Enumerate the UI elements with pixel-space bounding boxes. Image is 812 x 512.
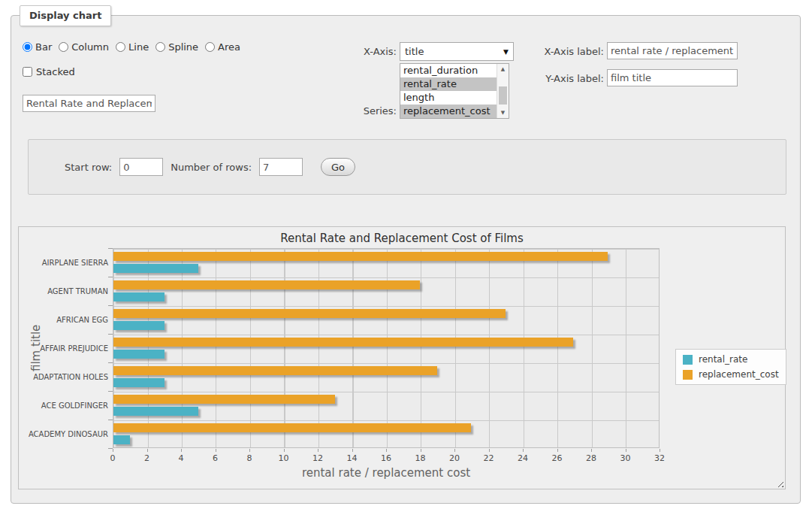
series-option-rental_rate[interactable]: rental_rate xyxy=(400,77,509,91)
start-row-input[interactable] xyxy=(119,158,163,176)
x-tick-label: 2 xyxy=(136,453,158,463)
go-button[interactable]: Go xyxy=(321,158,355,176)
x-tick-mark xyxy=(216,449,216,452)
chart-type-radio-area[interactable] xyxy=(205,42,215,52)
x-axis-label-input[interactable] xyxy=(607,42,738,59)
stacked-checkbox[interactable] xyxy=(23,67,32,77)
x-tick-mark xyxy=(113,449,113,452)
bar-replacement_cost xyxy=(113,338,573,347)
y-axis-title: film title xyxy=(29,248,43,448)
x-tick-mark xyxy=(352,449,353,452)
legend-item-replacement_cost: replacement_cost xyxy=(683,369,779,380)
num-rows-input[interactable] xyxy=(259,158,303,176)
scroll-down-icon[interactable]: ▼ xyxy=(497,108,509,118)
x-tick-label: 4 xyxy=(170,453,192,463)
bar-rental_rate xyxy=(113,407,198,416)
series-scrollbar[interactable]: ▲ ▼ xyxy=(497,64,509,118)
legend-label: rental_rate xyxy=(699,354,747,365)
chart-type-column: Column xyxy=(59,41,109,53)
x-tick-mark xyxy=(489,449,490,452)
x-axis-label-label: X-Axis label: xyxy=(536,46,604,57)
x-tick-label: 26 xyxy=(546,453,569,463)
y-tick-mark xyxy=(108,362,113,363)
bar-rental_rate xyxy=(113,378,165,387)
x-tick-mark xyxy=(386,449,387,452)
y-tick-mark xyxy=(108,420,113,420)
x-tick-mark xyxy=(421,449,421,452)
plot-area xyxy=(113,248,660,448)
series-options: rental_durationrental_ratelengthreplacem… xyxy=(400,64,509,118)
chart-type-radio-label: Spline xyxy=(168,41,198,53)
x-tick-label: 24 xyxy=(512,453,534,463)
series-label: Series: xyxy=(323,105,397,117)
chart-type-area: Area xyxy=(205,41,240,53)
bar-replacement_cost xyxy=(113,280,420,289)
series-option-length[interactable]: length xyxy=(400,91,509,105)
series-listbox[interactable]: rental_durationrental_ratelengthreplacem… xyxy=(400,63,509,119)
dropdown-arrow-icon: ▼ xyxy=(503,48,509,56)
start-row-label: Start row: xyxy=(65,162,112,173)
bar-rental_rate xyxy=(113,292,165,301)
x-tick-label: 12 xyxy=(306,453,329,463)
resize-handle-icon[interactable] xyxy=(775,479,783,487)
bar-rental_rate xyxy=(113,435,130,444)
x-axis-title: rental rate / replacement cost xyxy=(113,466,660,480)
chart-legend: rental_ratereplacement_cost xyxy=(675,349,786,385)
chart-type-radio-spline[interactable] xyxy=(155,42,165,52)
bar-replacement_cost xyxy=(113,423,471,432)
x-tick-label: 6 xyxy=(204,453,227,463)
chart-type-radio-line[interactable] xyxy=(116,42,125,52)
x-tick-label: 30 xyxy=(614,453,637,463)
x-tick-mark xyxy=(626,449,626,452)
x-tick-mark xyxy=(660,449,660,452)
y-tick-mark xyxy=(108,391,113,392)
chart-type-radio-bar[interactable] xyxy=(23,42,32,52)
legend-label: replacement_cost xyxy=(699,369,779,380)
x-tick-mark xyxy=(454,449,455,452)
legend-swatch xyxy=(683,370,693,380)
chart-type-spline: Spline xyxy=(155,41,198,53)
scroll-up-icon[interactable]: ▲ xyxy=(497,64,509,74)
x-tick-label: 28 xyxy=(580,453,602,463)
series-option-rental_duration[interactable]: rental_duration xyxy=(400,64,509,77)
chart-title: Rental Rate and Replacement Cost of Film… xyxy=(19,232,785,245)
chart-type-radio-column[interactable] xyxy=(59,42,68,52)
x-tick-label: 14 xyxy=(341,453,364,463)
scrollbar-thumb[interactable] xyxy=(499,86,507,105)
bar-replacement_cost xyxy=(113,395,335,404)
chart-type-radio-label: Column xyxy=(71,41,109,53)
series-option-replacement_cost[interactable]: replacement_cost xyxy=(400,105,509,118)
stacked-row: Stacked xyxy=(23,66,75,77)
x-axis-select[interactable]: title ▼ xyxy=(400,42,514,61)
chart-type-radio-label: Line xyxy=(128,41,149,53)
x-axis-label: X-Axis: xyxy=(323,46,397,57)
rows-options-box: Start row: Number of rows: Go xyxy=(28,139,786,195)
y-axis-label-input[interactable] xyxy=(607,69,738,86)
chart-type-radio-label: Area xyxy=(218,41,240,53)
x-tick-mark xyxy=(523,449,524,452)
chart-type-radio-label: Bar xyxy=(35,41,52,53)
x-tick-label: 0 xyxy=(101,453,124,463)
bar-rental_rate xyxy=(113,350,165,359)
stacked-label: Stacked xyxy=(36,66,75,77)
num-rows-label: Number of rows: xyxy=(171,162,252,173)
x-tick-mark xyxy=(181,449,182,452)
x-tick-label: 10 xyxy=(273,453,295,463)
x-tick-label: 18 xyxy=(409,453,432,463)
y-tick-mark xyxy=(108,277,113,277)
x-tick-label: 8 xyxy=(238,453,261,463)
x-tick-mark xyxy=(249,449,250,452)
chart-title-input[interactable] xyxy=(23,95,155,112)
legend-swatch xyxy=(683,355,693,365)
y-tick-mark xyxy=(108,305,113,306)
x-tick-label: 22 xyxy=(478,453,500,463)
bar-replacement_cost xyxy=(113,366,437,375)
chart-type-group: BarColumnLineSplineArea xyxy=(23,41,240,53)
x-tick-mark xyxy=(591,449,592,452)
x-tick-label: 16 xyxy=(375,453,397,463)
legend-item-rental_rate: rental_rate xyxy=(683,354,779,365)
bar-replacement_cost xyxy=(113,252,608,261)
bar-rental_rate xyxy=(113,321,165,330)
x-axis-selected-value: title xyxy=(405,46,500,57)
chart-type-bar: Bar xyxy=(23,41,52,53)
